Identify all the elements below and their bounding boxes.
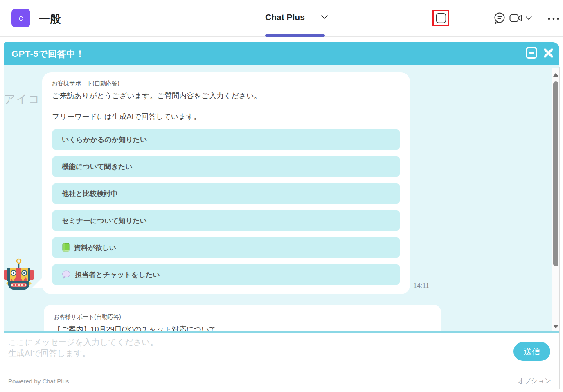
chevron-down-icon bbox=[321, 14, 328, 21]
quick-reply-compare[interactable]: 他社と比較検討中 bbox=[52, 183, 400, 204]
message-text: ご来訪ありがとうございます。ご質問内容をご入力ください。 bbox=[52, 91, 400, 101]
input-placeholder-line2: 生成AIで回答します。 bbox=[8, 348, 158, 359]
open-chat-button[interactable] bbox=[493, 11, 506, 26]
channel-avatar[interactable]: c bbox=[11, 9, 30, 27]
message-input[interactable]: ここにメッセージを入力してください。 生成AIで回答します。 bbox=[8, 337, 158, 359]
quick-reply-price[interactable]: いくらかかるのか知りたい bbox=[52, 129, 400, 150]
active-tab-indicator bbox=[265, 34, 325, 37]
minimize-icon bbox=[529, 52, 534, 54]
speech-balloon-icon bbox=[62, 270, 71, 279]
quick-reply-label: 資料が欲しい bbox=[74, 243, 116, 252]
scroll-up-arrow-icon[interactable] bbox=[553, 71, 558, 78]
quick-reply-seminar[interactable]: セミナーについて知りたい bbox=[52, 210, 400, 231]
bot-avatar-robot bbox=[4, 258, 34, 292]
message-sender: お客様サポート(自動応答) bbox=[54, 313, 431, 321]
quick-reply-label: 機能について聞きたい bbox=[62, 162, 133, 171]
annotation-highlight-box bbox=[432, 10, 449, 26]
screen: c 一般 Chat Plus bbox=[0, 0, 563, 392]
close-button[interactable] bbox=[543, 47, 554, 60]
quick-reply-label: 他社と比較検討中 bbox=[62, 189, 117, 198]
tab-chat-plus-label: Chat Plus bbox=[265, 12, 305, 22]
quick-reply-features[interactable]: 機能について聞きたい bbox=[52, 156, 400, 177]
widget-right-edge bbox=[559, 67, 560, 389]
powered-by-link[interactable]: Powered by Chat Plus bbox=[8, 378, 69, 385]
channel-title: 一般 bbox=[39, 11, 61, 26]
message-input-area: ここにメッセージを入力してください。 生成AIで回答します。 送信 bbox=[4, 334, 559, 370]
input-placeholder-line1: ここにメッセージを入力してください。 bbox=[8, 337, 158, 348]
widget-footer: Powered by Chat Plus オプション bbox=[4, 370, 559, 392]
quick-reply-label: 担当者とチャットをしたい bbox=[75, 270, 160, 279]
bot-message-bubble: お客様サポート(自動応答) ご来訪ありがとうございます。ご質問内容をご入力くださ… bbox=[42, 72, 410, 294]
widget-header: GPT-5で回答中！ bbox=[4, 42, 559, 65]
video-camera-icon bbox=[509, 13, 522, 23]
quick-reply-documents[interactable]: 資料が欲しい bbox=[52, 237, 400, 258]
chatplus-widget: GPT-5で回答中！ アイコン お客様サポート(自動応答) ご来訪ありがとうござ… bbox=[4, 42, 559, 392]
bot-message-bubble: お客様サポート(自動応答) 【ご案内】10月29日(水)のチャット対応について bbox=[44, 305, 441, 333]
options-link[interactable]: オプション bbox=[518, 377, 551, 385]
widget-header-title: GPT-5で回答中！ bbox=[11, 48, 85, 60]
chevron-down-icon bbox=[526, 16, 532, 20]
message-text: 【ご案内】10月29日(水)のチャット対応について bbox=[54, 324, 431, 333]
chat-message-area: アイコン お客様サポート(自動応答) ご来訪ありがとうございます。ご質問内容をご… bbox=[4, 65, 559, 333]
meet-now-control[interactable] bbox=[509, 13, 532, 23]
more-options-button[interactable] bbox=[547, 15, 560, 22]
scrollbar-thumb[interactable] bbox=[553, 81, 558, 266]
add-tab-button[interactable] bbox=[435, 12, 447, 24]
quick-reply-chat-agent[interactable]: 担当者とチャットをしたい bbox=[52, 264, 400, 285]
chat-scrollbar[interactable] bbox=[552, 68, 559, 333]
send-button[interactable]: 送信 bbox=[513, 342, 550, 361]
message-timestamp: 14:11 bbox=[413, 282, 429, 290]
message-text: フリーワードには生成AIで回答しています。 bbox=[52, 112, 400, 122]
tab-chat-plus[interactable]: Chat Plus bbox=[265, 12, 328, 22]
scroll-down-arrow-icon[interactable] bbox=[553, 323, 558, 330]
toolbar-divider bbox=[539, 11, 539, 25]
green-book-icon bbox=[62, 243, 70, 252]
minimize-button[interactable] bbox=[526, 47, 537, 59]
quick-reply-list: いくらかかるのか知りたい 機能について聞きたい 他社と比較検討中 セミナーについ… bbox=[52, 129, 400, 285]
message-sender: お客様サポート(自動応答) bbox=[52, 80, 400, 87]
teams-top-bar: c 一般 Chat Plus bbox=[0, 0, 563, 37]
quick-reply-label: いくらかかるのか知りたい bbox=[62, 135, 147, 144]
quick-reply-label: セミナーについて知りたい bbox=[62, 216, 147, 225]
